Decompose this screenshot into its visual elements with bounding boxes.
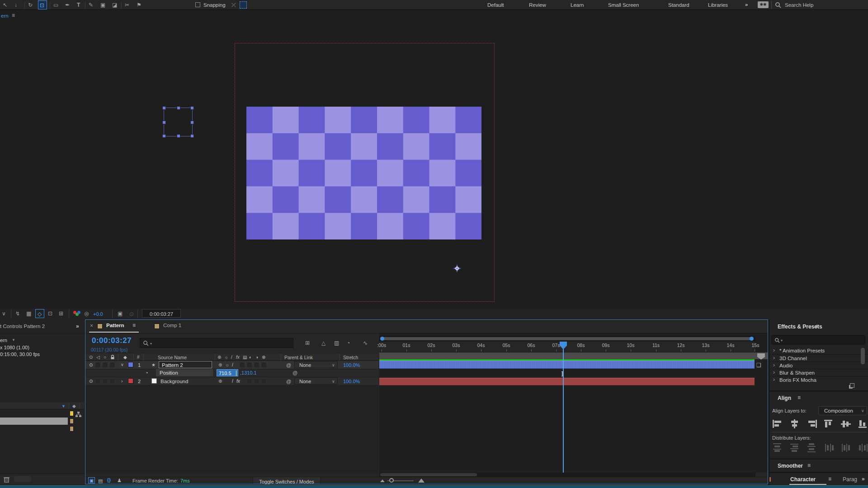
workspace-review[interactable]: Review: [529, 2, 546, 8]
parent-pickwhip-icon[interactable]: @: [286, 379, 291, 384]
effects-panel-menu-icon[interactable]: ≡: [816, 323, 819, 329]
layer-shy-icon[interactable]: ⊕: [218, 379, 222, 384]
workspace-libraries[interactable]: Libraries: [708, 2, 728, 8]
pan-behind-tool-icon[interactable]: ⊡: [40, 2, 44, 9]
snap-features-icon[interactable]: ⤫: [231, 2, 236, 8]
position-property-row[interactable]: ◔ Position 710.5 ,1310.1 @: [85, 369, 378, 377]
pen-tool-icon[interactable]: ✒: [65, 2, 70, 8]
tab-paragraph-partial[interactable]: Parag: [843, 476, 857, 483]
smoother-panel-menu-icon[interactable]: ≡: [807, 462, 811, 469]
position-label-cell[interactable]: Position: [156, 369, 213, 376]
work-area-start-handle[interactable]: [380, 337, 384, 341]
label-chip-tan[interactable]: [70, 426, 74, 432]
mask-visibility-icon[interactable]: ◇: [38, 311, 42, 317]
workspace-settings-icon[interactable]: ✱✱: [758, 1, 769, 8]
selection-tool-icon[interactable]: ↖: [3, 2, 7, 8]
distribute-left-button[interactable]: [824, 443, 835, 453]
exposure-value[interactable]: +0.0: [93, 311, 103, 317]
parent-dropdown[interactable]: None ∨: [294, 361, 338, 368]
timeline-tab-close-icon[interactable]: ×: [90, 323, 93, 329]
channels-icon[interactable]: [73, 311, 80, 316]
layer-shy-icon[interactable]: ⊕: [218, 362, 222, 367]
timeline-search-field[interactable]: ▾: [140, 338, 293, 348]
type-tool-icon[interactable]: T: [77, 2, 80, 8]
position-y-value[interactable]: ,1310.1: [240, 370, 257, 375]
search-help-input[interactable]: Search Help: [785, 2, 813, 8]
align-to-dropdown[interactable]: Composition ∨: [818, 406, 867, 415]
effects-category-row[interactable]: › 3D Channel: [769, 354, 868, 361]
comp-mini-flowchart-icon[interactable]: ⊞: [305, 340, 310, 346]
time-ruler[interactable]: :00s 01s 02s 03s 04s 05s 06s 07s 08s 09s…: [379, 342, 755, 352]
show-snapshot-icon[interactable]: ⊙: [129, 311, 134, 317]
selection-handle[interactable]: [177, 106, 180, 110]
project-row-selected[interactable]: [0, 418, 85, 425]
motion-blur-enable-icon[interactable]: ◔: [347, 340, 350, 346]
brush-tool-icon[interactable]: ✎: [89, 2, 93, 8]
stretch-column-header[interactable]: Stretch: [343, 355, 358, 360]
guides-options-icon[interactable]: ⊞: [59, 311, 63, 316]
layer-row-pattern2[interactable]: ⊙ ∨ 1 ★ Pattern 2 ⊕ ☼ / @ None ∨ 100.0%: [85, 361, 378, 369]
eraser-tool-icon[interactable]: ◪: [112, 2, 117, 8]
layer-bar-background[interactable]: [379, 378, 755, 385]
layer-label-chip-red[interactable]: [128, 378, 133, 384]
align-bottom-button[interactable]: [858, 419, 868, 428]
selection-handle[interactable]: [190, 106, 194, 110]
workspace-overflow-icon[interactable]: »: [745, 2, 748, 7]
zoom-out-mountain-icon[interactable]: [380, 479, 385, 482]
label-chip-tan[interactable]: [70, 418, 74, 424]
graph-editor-icon[interactable]: ∿: [363, 340, 368, 346]
distribute-hcenter-button[interactable]: [841, 443, 852, 453]
label-column-tag-icon[interactable]: ◆: [72, 404, 76, 408]
zoom-in-mountain-icon[interactable]: [418, 479, 425, 483]
trash-icon[interactable]: [4, 476, 9, 483]
current-time-display[interactable]: 0:00:03:27: [92, 336, 132, 345]
shape-tool-icon[interactable]: ▭: [53, 2, 58, 8]
label-chip-yellow[interactable]: [70, 411, 74, 416]
effects-search-field[interactable]: ▾: [771, 335, 865, 344]
layer-row-background[interactable]: ⊙ › 2 Background ⊕ / fx @ None ∨ 100.0%: [85, 377, 378, 385]
roto-brush-tool-icon[interactable]: ✂: [125, 2, 129, 8]
frame-blend-enable-icon[interactable]: ▥: [334, 340, 339, 346]
distribute-right-button[interactable]: [858, 443, 868, 453]
panel-overflow-icon[interactable]: »: [76, 323, 79, 329]
layer-selection-box[interactable]: [164, 108, 193, 136]
selection-handle[interactable]: [162, 121, 166, 124]
stretch-value[interactable]: 100.0%: [343, 379, 360, 384]
snap-box-icon[interactable]: [240, 1, 247, 9]
transfer-controls-pane-toggle[interactable]: ▤: [98, 478, 103, 484]
region-of-interest-icon[interactable]: ⊡: [48, 311, 52, 316]
layer-quality-icon[interactable]: /: [232, 379, 233, 384]
in-out-stretch-pane-toggle[interactable]: {}: [107, 478, 111, 483]
distribute-top-button[interactable]: [772, 443, 783, 453]
draft-3d-icon[interactable]: △: [321, 340, 326, 346]
project-footer-pill[interactable]: [14, 476, 32, 482]
timeline-tab-comp1[interactable]: Comp 1: [163, 323, 181, 328]
layer-collapse-icon[interactable]: ☼: [225, 362, 229, 367]
selection-handle[interactable]: [162, 134, 166, 138]
layer-eye-icon[interactable]: ⊙: [89, 362, 93, 367]
composition-viewer[interactable]: ern ≡: [0, 10, 868, 309]
snapshot-icon[interactable]: ▣: [118, 311, 123, 316]
layer-end-icon[interactable]: ❑: [756, 362, 761, 368]
layer-label-chip-blue[interactable]: [128, 362, 133, 367]
layer-fx-icon[interactable]: fx: [236, 379, 240, 384]
puppet-pin-tool-icon[interactable]: ⚑: [137, 2, 142, 8]
hand-tool-icon[interactable]: ↓: [14, 2, 17, 8]
viewer-time-field[interactable]: 0:00:03:27: [142, 309, 181, 318]
effects-category-row[interactable]: › Blur & Sharpen: [769, 369, 868, 376]
source-name-column-header[interactable]: Source Name: [158, 355, 187, 360]
rotation-tool-icon[interactable]: ↻: [28, 2, 33, 8]
comp-tab-menu-icon[interactable]: ≡: [12, 13, 15, 18]
search-dropdown-icon[interactable]: ▾: [150, 342, 152, 346]
shy-layers-toggle-icon[interactable]: ♟: [117, 478, 122, 483]
layer-name[interactable]: Background: [160, 379, 188, 384]
workspace-small-screen[interactable]: Small Screen: [608, 2, 639, 8]
layer-bar-pattern2[interactable]: [379, 361, 755, 369]
transparency-grid-icon[interactable]: ▦: [26, 311, 31, 316]
layer-quality-icon[interactable]: /: [232, 362, 233, 367]
align-panel-menu-icon[interactable]: ≡: [797, 394, 801, 401]
checkerboard-pattern-layer[interactable]: [246, 107, 481, 239]
effects-category-row[interactable]: › * Animation Presets: [769, 347, 868, 354]
align-hcenter-button[interactable]: [789, 419, 800, 428]
character-tab-menu-icon[interactable]: ≡: [828, 476, 831, 482]
